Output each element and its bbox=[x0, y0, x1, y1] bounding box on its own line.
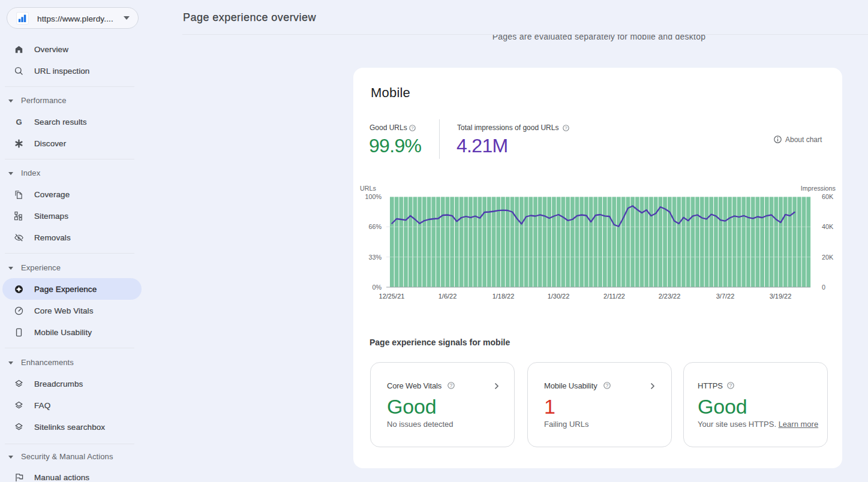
svg-text:?: ? bbox=[564, 125, 567, 131]
svg-text:?: ? bbox=[606, 382, 609, 388]
svg-text:G: G bbox=[16, 118, 22, 126]
svg-text:?: ? bbox=[411, 125, 414, 131]
svg-text:?: ? bbox=[729, 382, 732, 388]
svg-text:?: ? bbox=[450, 382, 453, 388]
